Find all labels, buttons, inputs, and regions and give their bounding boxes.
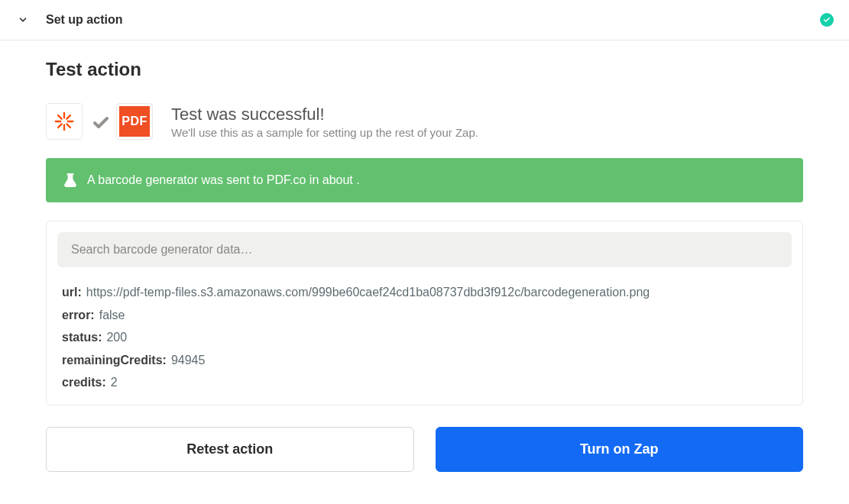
retest-button[interactable]: Retest action [46,427,414,472]
result-text: Test was successful! We'll use this as a… [171,105,478,139]
search-input[interactable] [57,232,792,267]
svg-rect-6 [57,114,63,120]
zapier-icon [46,103,83,140]
svg-rect-1 [63,124,65,131]
section-title: Test action [46,59,803,80]
svg-rect-7 [66,123,72,129]
check-icon [92,114,107,129]
response-key: url: [62,281,82,304]
response-value: 2 [111,371,118,394]
svg-rect-0 [63,112,65,119]
response-value: 94945 [171,349,206,372]
flask-icon [64,173,76,187]
step-title: Set up action [46,13,122,27]
response-value: https://pdf-temp-files.s3.amazonaws.com/… [86,281,650,304]
check-circle-icon [820,13,834,27]
result-heading: Test was successful! [171,105,478,124]
chevron-down-icon[interactable] [15,12,31,27]
response-row: credits: 2 [62,371,787,394]
banner-text: A barcode generator was sent to PDF.co i… [87,173,360,187]
svg-rect-4 [66,114,72,120]
svg-rect-2 [55,121,62,122]
step-header: Set up action [0,0,849,40]
response-row: url: https://pdf-temp-files.s3.amazonaws… [62,281,787,304]
content-area: Test action PDF Test w [0,40,849,487]
response-row: error: false [62,304,787,327]
svg-rect-3 [67,121,74,122]
response-key: status: [62,326,102,349]
turn-on-zap-button[interactable]: Turn on Zap [436,427,804,472]
response-list: url: https://pdf-temp-files.s3.amazonaws… [57,281,792,394]
svg-rect-5 [57,123,63,129]
button-row: Retest action Turn on Zap [46,427,803,472]
response-key: credits: [62,371,106,394]
response-key: remainingCredits: [62,349,167,372]
success-banner: A barcode generator was sent to PDF.co i… [46,158,803,202]
response-value: 200 [106,326,127,349]
data-panel: url: https://pdf-temp-files.s3.amazonaws… [46,221,803,405]
response-row: remainingCredits: 94945 [62,349,787,372]
response-row: status: 200 [62,326,787,349]
pdfco-icon: PDF [116,103,153,140]
result-subheading: We'll use this as a sample for setting u… [171,126,478,139]
test-result-row: PDF Test was successful! We'll use this … [46,103,803,140]
pdf-label: PDF [119,106,150,137]
response-value: false [99,304,125,327]
response-key: error: [62,304,95,327]
